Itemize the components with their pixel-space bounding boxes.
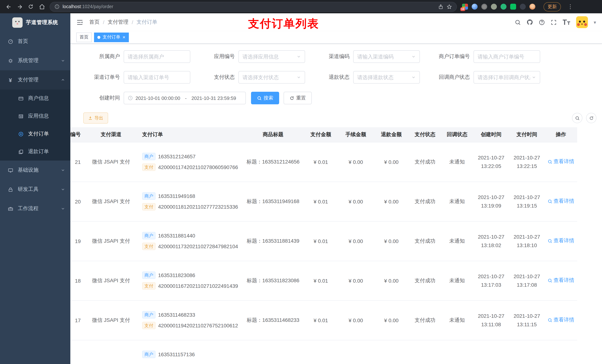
cell-order-id: [70, 340, 85, 364]
toolbar-refresh-button[interactable]: [586, 113, 596, 123]
export-button[interactable]: 导出: [83, 113, 108, 124]
cell-fee: ¥ 0.00: [338, 300, 374, 340]
extension-icon-1[interactable]: 10: [462, 4, 468, 10]
filter-merchant-input[interactable]: [128, 54, 186, 60]
logo-image: [12, 17, 22, 28]
view-detail-label: 查看详情: [553, 238, 574, 244]
merchant-tag: 商户: [142, 271, 155, 279]
breadcrumb-home[interactable]: 首页: [89, 19, 100, 26]
extension-icon-8[interactable]: [529, 4, 535, 10]
payment-submenu: 商户信息 应用信息 支付订单 退款订单: [0, 90, 70, 161]
cell-notify: 未通知: [441, 300, 473, 340]
bookmark-star-icon[interactable]: [447, 4, 452, 10]
magnifier-icon: [548, 159, 552, 164]
address-bar[interactable]: localhost:1024/pay/order: [50, 2, 457, 12]
extension-icon-2[interactable]: [472, 4, 478, 10]
github-icon[interactable]: [527, 19, 533, 26]
browser-reload-button[interactable]: [25, 1, 36, 12]
tags-view: 首页 支付订单: [70, 31, 602, 44]
site-info-icon[interactable]: [54, 4, 60, 9]
breadcrumb-pay-management[interactable]: 支付管理: [108, 19, 129, 26]
help-icon[interactable]: [539, 19, 545, 25]
filter-merchant-select[interactable]: [124, 50, 190, 63]
col-notify: 回调状态: [441, 127, 473, 142]
browser-back-button[interactable]: [3, 1, 14, 12]
filter-app-input[interactable]: [243, 54, 295, 60]
view-detail-link[interactable]: 查看详情: [548, 158, 574, 165]
filter-refund-status-input[interactable]: [357, 74, 410, 80]
cell-refund: ¥ 0.00: [374, 142, 409, 182]
cell-amount: ¥ 0.01: [304, 221, 338, 261]
sidebar-item-app-info[interactable]: 应用信息: [0, 107, 70, 125]
filter-notify-status-select[interactable]: [473, 71, 540, 83]
browser-update-button[interactable]: 更新: [544, 2, 561, 11]
cell-channel: 微信 JSAPI 支付: [85, 142, 137, 182]
extension-icon-3[interactable]: [481, 4, 487, 10]
cell-created: 2021-10-27 13:18:02: [473, 221, 509, 261]
filter-app-select[interactable]: [238, 50, 305, 63]
sidebar-item-merchant-info[interactable]: 商户信息: [0, 90, 70, 107]
col-id: 编号: [70, 127, 85, 142]
toolbar-search-toggle-button[interactable]: [572, 113, 582, 123]
col-title: 商品标题: [243, 127, 304, 142]
create-time-range-picker[interactable]: 2021-10-01 00:00:00 - 2021-10-31 23:59:5…: [124, 92, 246, 104]
user-caret-icon[interactable]: [594, 19, 596, 26]
extension-icon-6[interactable]: [510, 4, 516, 10]
extension-icon-7[interactable]: [520, 4, 526, 10]
view-detail-link[interactable]: 查看详情: [548, 277, 574, 284]
filter-notify-status-input[interactable]: [478, 74, 530, 80]
filter-merchant-order-no-input[interactable]: [478, 54, 536, 60]
sidebar-item-pay-order[interactable]: 支付订单: [0, 125, 70, 143]
filter-label-notify-status: 回调商户状态: [420, 74, 473, 81]
tab-close-icon[interactable]: [123, 34, 125, 40]
view-detail-link[interactable]: 查看详情: [548, 238, 574, 244]
menu-label: 退款订单: [28, 148, 49, 155]
filter-channel-order-no-field[interactable]: [124, 71, 190, 83]
cell-paid: [509, 340, 545, 364]
tab-label: 支付订单: [103, 34, 120, 40]
font-size-icon[interactable]: [563, 19, 571, 25]
sidebar-item-devtools[interactable]: 研发工具: [0, 180, 70, 199]
cell-order-id: 20: [70, 182, 85, 221]
filter-channel-order-no-input[interactable]: [128, 74, 186, 80]
menu-label: 系统管理: [18, 57, 39, 64]
cell-channel: [85, 340, 137, 364]
filter-pay-status-select[interactable]: [238, 71, 305, 83]
sidebar-item-payment[interactable]: ¥ 支付管理: [0, 70, 70, 90]
view-detail-link[interactable]: 查看详情: [548, 198, 574, 205]
tab-home[interactable]: 首页: [76, 32, 92, 42]
extension-icon-5[interactable]: [501, 4, 506, 10]
tab-pay-order[interactable]: 支付订单: [94, 32, 129, 42]
search-button[interactable]: 搜索: [251, 92, 279, 104]
fullscreen-icon[interactable]: [551, 19, 557, 25]
filter-merchant-order-no-field[interactable]: [473, 50, 540, 63]
view-detail-link[interactable]: 查看详情: [548, 317, 574, 323]
browser-forward-button[interactable]: [14, 1, 25, 12]
sidebar-item-home[interactable]: 首页: [0, 32, 70, 51]
cell-order-id: 17: [70, 300, 85, 340]
sidebar-item-infrastructure[interactable]: 基础设施: [0, 161, 70, 180]
url-text: localhost:1024/pay/order: [63, 4, 113, 9]
search-icon[interactable]: [515, 19, 521, 25]
menu-label: 研发工具: [18, 186, 39, 193]
sidebar-toggle[interactable]: [76, 19, 83, 26]
sidebar-item-refund-order[interactable]: 退款订单: [0, 143, 70, 161]
sidebar-item-workflow[interactable]: 工作流程: [0, 199, 70, 218]
cell-order-id: 19: [70, 221, 85, 261]
reset-button[interactable]: 重置: [284, 92, 312, 104]
filter-channel-code-input[interactable]: [357, 54, 410, 60]
user-avatar[interactable]: [576, 16, 588, 28]
share-icon[interactable]: [438, 4, 443, 10]
filter-channel-code-select[interactable]: [353, 50, 420, 63]
filter-refund-status-select[interactable]: [353, 71, 420, 83]
filter-pay-status-input[interactable]: [243, 74, 295, 80]
col-pay-order: 支付订单: [137, 127, 243, 142]
browser-menu-icon[interactable]: [568, 3, 573, 10]
extension-icon-4[interactable]: [491, 4, 497, 10]
browser-toolbar: localhost:1024/pay/order 10 更新: [0, 0, 602, 13]
cell-paid: 2021-10-27 13:18:10: [509, 221, 545, 261]
browser-home-button[interactable]: [36, 1, 47, 12]
cell-amount: ¥ 0.01: [304, 300, 338, 340]
active-dot: [97, 36, 100, 39]
sidebar-item-system[interactable]: 系统管理: [0, 51, 70, 70]
